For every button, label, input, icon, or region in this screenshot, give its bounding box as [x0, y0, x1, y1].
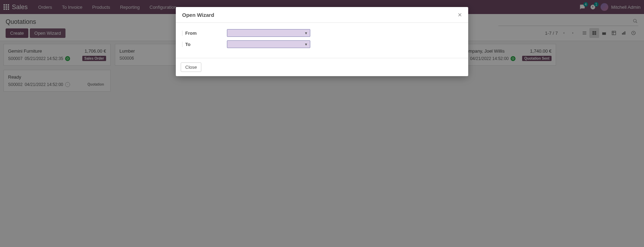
modal-title: Open Wizard — [182, 12, 214, 18]
open-wizard-modal: Open Wizard × From ▼ To ▼ — [176, 7, 468, 76]
chevron-down-icon: ▼ — [304, 42, 308, 46]
to-label: To — [182, 42, 227, 47]
modal-close-button[interactable]: × — [458, 11, 462, 18]
from-label: From — [182, 31, 227, 36]
chevron-down-icon: ▼ — [304, 31, 308, 35]
from-select[interactable]: ▼ — [227, 29, 310, 37]
to-select[interactable]: ▼ — [227, 40, 310, 48]
modal-overlay: Open Wizard × From ▼ To ▼ — [0, 0, 644, 94]
close-button[interactable]: Close — [181, 62, 201, 72]
